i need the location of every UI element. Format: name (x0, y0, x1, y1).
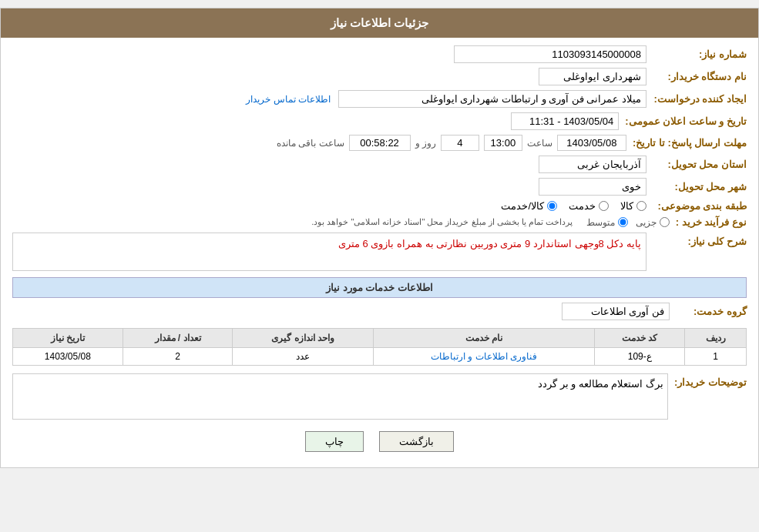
buyer-notes-box: برگ استعلام مطالعه و بر گردد (12, 373, 668, 420)
services-section-header: اطلاعات خدمات مورد نیاز (12, 277, 747, 298)
col-header-code: کد خدمت (595, 329, 685, 348)
col-header-name: نام خدمت (374, 329, 595, 348)
buyer-notes-label: توضیحات خریدار: (668, 373, 747, 388)
buyer-notes-text: برگ استعلام مطالعه و بر گردد (538, 378, 663, 390)
city-row: شهر محل تحویل: خوی (12, 178, 747, 196)
cell-code: ع-109 (595, 348, 685, 366)
content-area: شماره نیاز: 1103093145000008 نام دستگاه … (1, 38, 758, 467)
process-option2[interactable]: متوسط (586, 217, 628, 228)
announce-date-label: تاریخ و ساعت اعلان عمومی: (619, 115, 747, 127)
response-date-box: 1403/05/08 (557, 135, 626, 151)
process-label: نوع فرآیند خرید : (670, 216, 747, 228)
page-header: جزئیات اطلاعات نیاز (1, 8, 758, 38)
buyer-org-row: نام دستگاه خریدار: شهرداری ایواوغلی (12, 68, 747, 85)
category-service-option[interactable]: خدمت (569, 200, 609, 212)
category-goods-service-label: کالا/خدمت (501, 200, 544, 212)
category-radio-group: کالا خدمت کالا/خدمت (501, 200, 646, 212)
process-note: پرداخت تمام یا بخشی از مبلغ خریداز محل "… (311, 217, 573, 227)
response-time-box: 13:00 (484, 135, 522, 151)
creator-value: میلاد عمرانی فن آوری و ارتباطات شهرداری … (338, 90, 646, 108)
need-number-label: شماره نیاز: (646, 49, 747, 60)
process-type-row: نوع فرآیند خرید : جزیی متوسط پرداخت تمام… (12, 216, 747, 228)
category-goods-option[interactable]: کالا (620, 200, 646, 212)
cell-qty: 2 (123, 348, 233, 366)
process-option1-label: جزیی (636, 217, 657, 228)
process-option1[interactable]: جزیی (636, 217, 670, 228)
category-goods-label: کالا (620, 200, 633, 212)
description-section: شرح کلی نیاز: پایه دکل 8وجهی استاندارد 9… (12, 233, 747, 271)
page-title: جزئیات اطلاعات نیاز (331, 16, 428, 29)
creator-row: ایجاد کننده درخواست: میلاد عمرانی فن آور… (12, 90, 747, 108)
col-header-date: تاریخ نیاز (13, 329, 123, 348)
table-body: 1 ع-109 فناوری اطلاعات و ارتباطات عدد 2 … (13, 348, 747, 366)
table-header-row: ردیف کد خدمت نام خدمت واحد اندازه گیری ت… (13, 329, 747, 348)
cell-rownum: 1 (685, 348, 747, 366)
creator-contact-link[interactable]: اطلاعات تماس خریدار (246, 94, 331, 105)
col-header-qty: تعداد / مقدار (123, 329, 233, 348)
process-radio1[interactable] (660, 217, 670, 227)
remaining-label: ساعت باقی مانده (277, 138, 344, 149)
services-table: ردیف کد خدمت نام خدمت واحد اندازه گیری ت… (12, 328, 747, 366)
service-group-label: گروه خدمت: (670, 306, 747, 317)
category-label: طبقه بندی موضوعی: (646, 200, 747, 212)
response-deadline-time-row: 1403/05/08 ساعت 13:00 4 روز و 00:58:22 س… (277, 135, 626, 151)
buyer-org-value: شهرداری ایواوغلی (539, 68, 646, 85)
page-wrapper: جزئیات اطلاعات نیاز شماره نیاز: 11030931… (0, 8, 759, 468)
service-group-value: فن آوری اطلاعات (562, 303, 670, 320)
response-deadline-label: مهلت ارسال پاسخ: تا تاریخ: (626, 137, 747, 149)
city-label: شهر محل تحویل: (646, 181, 747, 192)
back-button[interactable]: بازگشت (379, 431, 454, 452)
description-label: شرح کلی نیاز: (646, 233, 747, 247)
response-deadline-row: مهلت ارسال پاسخ: تا تاریخ: 1403/05/08 سا… (12, 135, 747, 151)
buyer-notes-section: توضیحات خریدار: برگ استعلام مطالعه و بر … (12, 373, 747, 420)
category-row: طبقه بندی موضوعی: کالا خدمت کالا/خدمت (12, 200, 747, 212)
category-service-radio[interactable] (599, 201, 609, 211)
buttons-row: بازگشت چاپ (12, 431, 747, 452)
cell-unit: عدد (233, 348, 374, 366)
col-header-unit: واحد اندازه گیری (233, 329, 374, 348)
response-remaining-box: 00:58:22 (349, 135, 411, 151)
print-button[interactable]: چاپ (305, 431, 364, 452)
cell-date: 1403/05/08 (13, 348, 123, 366)
col-header-rownum: ردیف (685, 329, 747, 348)
province-label: استان محل تحویل: (646, 159, 747, 170)
need-number-value: 1103093145000008 (454, 45, 646, 63)
province-value: آذربایجان غربی (539, 156, 646, 173)
creator-label: ایجاد کننده درخواست: (646, 93, 747, 105)
category-service-label: خدمت (569, 200, 596, 212)
category-goods-service-radio[interactable] (547, 201, 557, 211)
description-text: پایه دکل 8وجهی استاندارد 9 متری دوربین ن… (338, 238, 641, 249)
service-group-row: گروه خدمت: فن آوری اطلاعات (12, 303, 747, 320)
need-number-row: شماره نیاز: 1103093145000008 (12, 45, 747, 63)
city-value: خوی (539, 178, 646, 196)
response-days-box: 4 (441, 135, 479, 151)
process-radio2[interactable] (618, 217, 628, 227)
process-options: جزیی متوسط پرداخت تمام یا بخشی از مبلغ خ… (311, 217, 670, 228)
buyer-org-label: نام دستگاه خریدار: (646, 71, 747, 82)
category-goods-radio[interactable] (636, 201, 646, 211)
category-goods-service-option[interactable]: کالا/خدمت (501, 200, 557, 212)
table-row: 1 ع-109 فناوری اطلاعات و ارتباطات عدد 2 … (13, 348, 747, 366)
announce-date-row: تاریخ و ساعت اعلان عمومی: 1403/05/04 - 1… (12, 112, 747, 130)
announce-date-value: 1403/05/04 - 11:31 (511, 112, 619, 130)
services-table-section: ردیف کد خدمت نام خدمت واحد اندازه گیری ت… (12, 328, 747, 366)
time-label-static: ساعت (527, 138, 552, 149)
process-option2-label: متوسط (586, 217, 615, 228)
cell-name: فناوری اطلاعات و ارتباطات (374, 348, 595, 366)
description-box: پایه دکل 8وجهی استاندارد 9 متری دوربین ن… (12, 233, 646, 271)
days-label: روز و (415, 138, 436, 149)
province-row: استان محل تحویل: آذربایجان غربی (12, 156, 747, 173)
